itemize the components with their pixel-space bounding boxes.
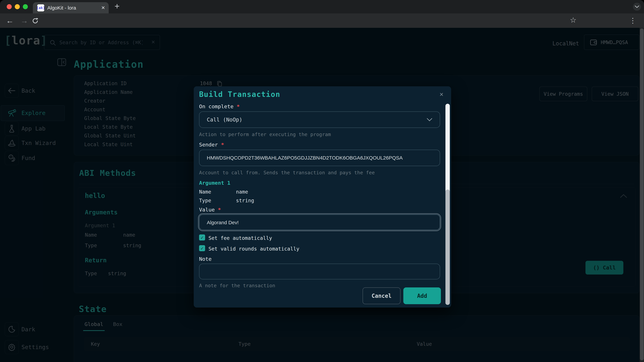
add-button[interactable]: Add [403, 287, 441, 304]
reload-button[interactable] [32, 17, 39, 24]
chevron-down-icon [427, 118, 432, 121]
fee-checkbox-label[interactable]: Set fee automatically [208, 235, 272, 241]
valid-rounds-checkbox-label[interactable]: Set valid rounds automatically [208, 246, 299, 252]
sender-input[interactable] [206, 150, 428, 166]
new-tab-button[interactable]: + [112, 1, 122, 11]
argument-name-value: name [236, 189, 248, 195]
sender-helper: Account to call from. Sends the transact… [199, 170, 375, 175]
bookmark-star-icon[interactable]: ☆ [570, 16, 576, 24]
macos-zoom-button[interactable] [23, 4, 28, 9]
note-field[interactable] [199, 264, 440, 279]
argument-type-label: Type [199, 198, 211, 203]
argument-name-label: Name [199, 189, 211, 195]
on-complete-select[interactable]: Call (NoOp) [199, 111, 440, 128]
page-scrollbar-thumb[interactable] [640, 28, 644, 360]
tab-title: AlgoKit - lora [47, 2, 76, 13]
browser-tab[interactable]: [ak] AlgoKit - lora × [33, 2, 109, 13]
dialog-scrollbar-thumb[interactable] [446, 190, 450, 305]
note-helper: A note for the transaction [199, 283, 275, 289]
value-field[interactable] [199, 214, 440, 230]
fee-checkbox[interactable]: ✓ [199, 234, 205, 241]
browser-window: [ak] AlgoKit - lora × + ← → lora.algokit… [0, 0, 644, 362]
tab-strip: [ak] AlgoKit - lora × + [0, 0, 644, 13]
sender-label: Sender * [199, 142, 224, 148]
on-complete-value: Call (NoOp) [207, 112, 242, 128]
back-nav-button[interactable]: ← [6, 13, 14, 28]
note-input[interactable] [206, 264, 428, 280]
build-transaction-dialog: Build Transaction × On complete * Call (… [194, 86, 451, 308]
browser-toolbar: ← → lora.algokit.io/localnet/application… [0, 13, 644, 28]
page-scrollbar[interactable] [640, 28, 644, 362]
argument-type-value: string [236, 198, 254, 203]
browser-menu-icon[interactable]: ⋮ [629, 13, 636, 28]
macos-minimize-button[interactable] [15, 4, 20, 9]
value-input[interactable] [206, 215, 428, 230]
macos-close-button[interactable] [7, 4, 12, 9]
dialog-close-icon[interactable]: × [440, 91, 444, 98]
on-complete-helper: Action to perform after executing the pr… [199, 132, 331, 137]
forward-nav-button[interactable]: → [20, 13, 28, 28]
sender-field[interactable] [199, 150, 440, 166]
dialog-scrollbar[interactable] [446, 104, 450, 305]
chevron-down-icon [634, 5, 639, 8]
note-label: Note [199, 256, 212, 262]
tab-close-icon[interactable]: × [101, 2, 105, 13]
value-label: Value * [199, 207, 221, 213]
on-complete-label: On complete * [199, 103, 240, 109]
tab-search-button[interactable] [633, 3, 641, 11]
valid-rounds-checkbox[interactable]: ✓ [199, 245, 205, 251]
dialog-title: Build Transaction [199, 90, 280, 98]
cancel-button[interactable]: Cancel [362, 287, 400, 304]
algokit-favicon-icon: [ak] [37, 4, 44, 11]
argument-heading: Argument 1 [199, 180, 230, 186]
